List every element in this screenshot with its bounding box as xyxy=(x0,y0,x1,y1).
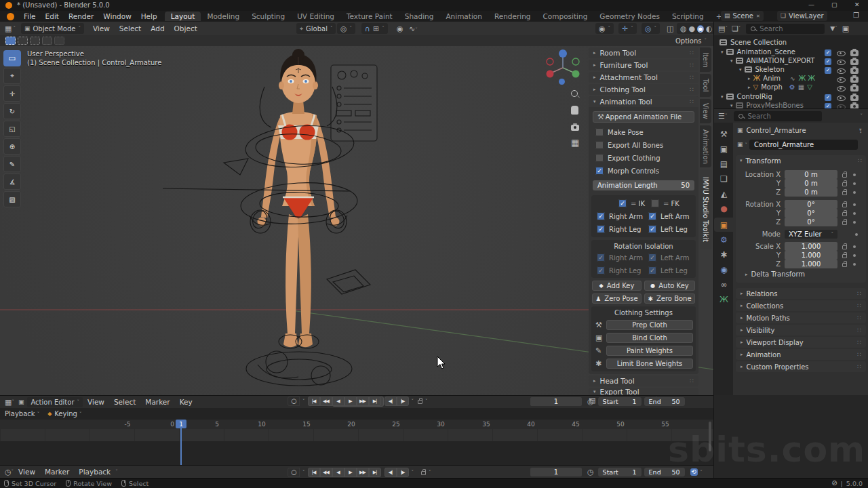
xray-toggle-icon[interactable]: ◫ xyxy=(667,25,673,33)
keying-menu[interactable]: ◆ Keying˅ xyxy=(47,410,81,418)
prep-cloth-button[interactable]: Prep Cloth xyxy=(606,320,693,330)
value-field[interactable]: 0° xyxy=(785,209,837,218)
render-camera-icon[interactable] xyxy=(850,68,859,74)
shading-material-icon[interactable]: ◉ xyxy=(697,25,704,33)
value-field[interactable]: 0° xyxy=(785,200,837,209)
npanel-section-clothing-tool[interactable]: ▸Clothing Tool∷ xyxy=(589,84,698,95)
tool-annotate[interactable]: ✎ xyxy=(3,156,21,172)
tab-constraints[interactable]: ∞ xyxy=(718,279,730,290)
lock-icon[interactable] xyxy=(842,212,847,216)
timeline-menu-marker[interactable]: Marker xyxy=(40,468,74,476)
hide-eye-icon[interactable] xyxy=(837,49,845,57)
object-visibility-dropdown[interactable]: ◉˅ xyxy=(595,23,614,34)
workspace-tab-shading[interactable]: Shading xyxy=(399,12,440,21)
tab-tool[interactable]: ⚒ xyxy=(718,128,730,140)
gizmo-toggle[interactable]: ✛˅ xyxy=(618,23,637,34)
render-camera-icon[interactable] xyxy=(850,77,859,83)
section-visibility[interactable]: ▸Visibility∷ xyxy=(736,325,866,336)
render-camera-icon[interactable] xyxy=(850,59,859,65)
paint-weights-button[interactable]: Paint Weights xyxy=(606,346,693,356)
outliner-display-mode-icon[interactable]: ▤ xyxy=(718,25,725,33)
value-field[interactable]: 0 m xyxy=(785,170,837,179)
blender-menu-icon[interactable] xyxy=(7,13,14,20)
select-mode-lasso-icon[interactable] xyxy=(42,37,52,45)
workspace-tab-texture-paint[interactable]: Texture Paint xyxy=(340,12,399,21)
lock-icon[interactable] xyxy=(842,174,847,178)
npanel-section-room-tool[interactable]: ▸Room Tool∷ xyxy=(589,47,698,58)
iso-left-arm-checkbox[interactable]: Left Arm xyxy=(648,253,690,262)
animate-dot[interactable] xyxy=(853,212,856,215)
editor-type-timeline-icon[interactable]: ◷ xyxy=(5,468,12,476)
gizmo-minus-z-axis[interactable] xyxy=(559,79,565,85)
zoom-icon[interactable] xyxy=(571,87,579,100)
lock-icon[interactable] xyxy=(842,221,847,225)
delta-transform-row[interactable]: ▸ Delta Transform xyxy=(745,270,805,278)
lock-icon[interactable] xyxy=(842,245,847,249)
viewport-menu-select[interactable]: Select xyxy=(115,24,146,33)
npanel-section-export-tool[interactable]: ▾Export Tool xyxy=(589,388,698,395)
preview-range-clock-icon[interactable]: ◷ xyxy=(587,468,594,476)
limit-bone-weights-button[interactable]: Limit Bone Weights xyxy=(606,359,693,369)
properties-search[interactable]: Search xyxy=(734,111,822,121)
tab-modifiers[interactable]: ⚙ xyxy=(718,234,730,245)
preview-range-clock-icon[interactable]: ◷ xyxy=(587,398,594,405)
lock-icon[interactable] xyxy=(842,182,847,186)
maximize-button[interactable]: ▢ xyxy=(831,1,837,8)
frame-forward-button[interactable]: |▶ xyxy=(397,396,409,406)
playback-menu[interactable]: Playback˅ xyxy=(5,410,39,418)
grid-ortho-icon[interactable]: ▦ xyxy=(571,138,579,147)
menu-window[interactable]: Window xyxy=(98,12,136,20)
value-field[interactable]: 0° xyxy=(785,218,837,226)
dopesheet-ruler[interactable]: -5 0 5 10 15 20 25 30 35 40 45 50 55 xyxy=(0,420,713,429)
exclude-checkbox[interactable] xyxy=(825,94,831,101)
snapping-controls[interactable]: ∩ ⊞˅ xyxy=(361,23,388,34)
animate-dot[interactable] xyxy=(853,263,856,266)
play-button[interactable]: ▶ xyxy=(344,468,357,477)
properties-editor-icon[interactable]: ☰ xyxy=(718,113,725,120)
iso-right-arm-checkbox[interactable]: Right Arm xyxy=(597,253,643,262)
section-viewport-display[interactable]: ▸Viewport Display∷ xyxy=(736,337,866,348)
iso-left-leg-checkbox[interactable]: Left Leg xyxy=(648,266,688,274)
workspace-tab-scripting[interactable]: Scripting xyxy=(666,12,710,21)
auto-keyframe-button[interactable]: ◯ xyxy=(288,468,300,477)
select-mode-tweak-icon[interactable] xyxy=(5,37,16,45)
overlays-toggle[interactable]: ◎˅ xyxy=(642,23,660,34)
end-frame-field[interactable]: End50 xyxy=(644,397,685,406)
tab-world[interactable]: ● xyxy=(718,203,730,214)
animate-dot[interactable] xyxy=(855,233,858,236)
prev-keyframe-button[interactable]: ◀◀ xyxy=(320,396,332,406)
play-reverse-button[interactable]: ◀ xyxy=(332,396,344,406)
camera-view-icon[interactable] xyxy=(571,121,579,134)
start-frame-field[interactable]: Start1 xyxy=(598,397,642,406)
bind-cloth-button[interactable]: Bind Cloth xyxy=(606,333,693,343)
proportional-editing-icon[interactable]: ◉ xyxy=(397,25,403,33)
menu-render[interactable]: Render xyxy=(64,12,98,20)
next-keyframe-button[interactable]: ▶▶ xyxy=(357,396,369,406)
menu-file[interactable]: File xyxy=(19,12,41,20)
animate-dot[interactable] xyxy=(853,174,856,176)
tool-measure[interactable]: ∡ xyxy=(3,174,21,190)
shading-solid-icon[interactable]: ● xyxy=(689,25,696,33)
npanel-tab-tool[interactable]: Tool xyxy=(700,74,711,97)
hide-eye-icon[interactable] xyxy=(837,75,845,83)
jump-to-end-button[interactable]: ▶| xyxy=(369,468,381,477)
lock-icon[interactable] xyxy=(421,471,426,475)
ik-left-arm-checkbox[interactable]: Left Arm xyxy=(648,212,690,220)
exclude-checkbox[interactable] xyxy=(825,49,831,56)
tab-output[interactable]: ▤ xyxy=(718,158,730,169)
dopesheet-menu-view[interactable]: View xyxy=(83,398,109,406)
animate-dot[interactable] xyxy=(853,203,856,206)
hide-eye-icon[interactable] xyxy=(837,58,845,66)
end-frame-field[interactable]: End50 xyxy=(644,468,685,476)
frame-back-button[interactable]: ◀| xyxy=(384,468,397,477)
lock-icon[interactable] xyxy=(842,263,847,267)
frame-forward-button[interactable]: |▶ xyxy=(397,468,409,477)
hide-eye-icon[interactable] xyxy=(837,66,845,75)
workspace-tab-rendering[interactable]: Rendering xyxy=(488,12,537,21)
dopesheet-menu-marker[interactable]: Marker xyxy=(140,398,174,406)
mode-dropdown[interactable]: ▣ Object Mode ˅ xyxy=(21,23,84,34)
dopesheet-mode-dropdown[interactable]: Action Editor˅ xyxy=(27,397,83,407)
export-all-bones-checkbox[interactable]: Export All Bones xyxy=(595,141,663,149)
timeline-menu-view[interactable]: View xyxy=(14,468,40,476)
dopesheet-scrollbar[interactable] xyxy=(709,422,711,451)
